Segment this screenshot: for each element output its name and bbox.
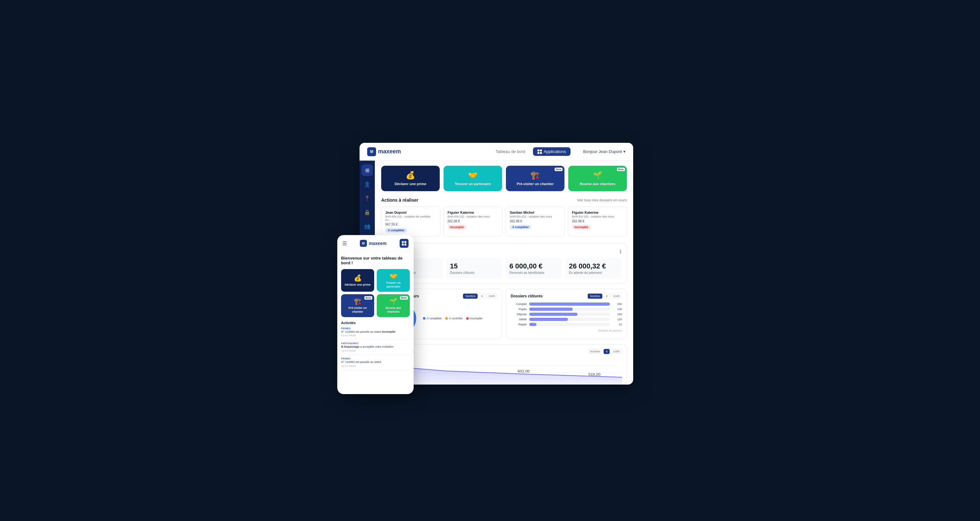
tab-gwh-clotures[interactable]: GWh <box>611 294 622 299</box>
sidebar-item-location[interactable]: 📍 <box>361 192 373 204</box>
mobile-activity-item-1: PARTENAIRES B.Depannage a acceptée votre… <box>341 342 410 355</box>
beta-badge-3: Beta <box>555 168 563 171</box>
beta-badge-4: Beta <box>617 168 625 171</box>
tab-nombre-clotures[interactable]: Nombre <box>588 294 602 299</box>
card-name-3: Figuier Katerine <box>572 211 623 214</box>
mobile-tile-bourse[interactable]: Beta 🌱 Bourse aux chantiers <box>377 294 410 317</box>
mobile-activities-title: Activités <box>341 321 410 325</box>
tab-gwh-payes[interactable]: GWh <box>611 349 622 354</box>
bar-fill-0 <box>529 302 610 306</box>
tab-eur-payes[interactable]: € <box>604 349 609 354</box>
top-nav: M maxeem Tableau de bord Applications Bo… <box>360 143 633 160</box>
mobile-tile-previsiter[interactable]: Beta 🏗️ Pré-visiter un chantier <box>341 294 374 317</box>
bar-label-2: Déposé <box>511 313 527 316</box>
stat-item-1: 15 Dossiers clôturés <box>446 258 503 278</box>
bar-fill-4 <box>529 323 536 326</box>
mobile-activity-time-2: Il y a 1 heure <box>341 364 410 367</box>
mobile-tile-label-3: Pré-visiter un chantier <box>344 306 371 314</box>
bar-label-1: Payés <box>511 308 527 311</box>
stat-item-2: 6 000,00 € Reversés au bénéficiaire <box>506 258 562 278</box>
mobile-logo: M maxeem <box>360 240 387 247</box>
nav-tableau-de-bord[interactable]: Tableau de bord <box>495 149 525 154</box>
mobile-activity-item: PRIMES N° 124060 est passée au statut In… <box>341 327 410 340</box>
dossiers-clotures-title: Dossiers clôturés <box>511 294 543 299</box>
tab-nombre-encours[interactable]: Nombre <box>463 294 477 299</box>
nav-applications-btn[interactable]: Applications <box>533 147 571 156</box>
bar-chart-clotures: Complet 250 Payés 135 <box>511 302 622 332</box>
actions-link[interactable]: Voir tous mes dossiers en cours <box>577 198 627 202</box>
bar-value-4: 22 <box>612 323 622 326</box>
stat-number-1: 15 <box>450 262 499 270</box>
info-icon[interactable]: ℹ <box>619 248 621 254</box>
mobile-apps-btn[interactable] <box>399 239 409 248</box>
stats-header: Vos chiffres ℹ <box>387 248 621 254</box>
legend-dot-1 <box>445 317 448 320</box>
mobile-tile-declarer[interactable]: 💰 Déclarer une prime <box>341 269 374 292</box>
mobile-activity-text-2: N° 124060 est passée au statut <box>341 360 410 364</box>
card-name-2: Sanitan Michel <box>510 211 561 214</box>
tile-icon-2: 🤝 <box>468 171 477 180</box>
card-name-0: Jean Dupont <box>385 211 436 214</box>
tab-nombre-payes[interactable]: Nombre <box>588 349 602 354</box>
nav-applications-label: Applications <box>544 149 566 154</box>
card-status-0: À compléter <box>385 228 407 232</box>
mobile-menu-icon[interactable]: ☰ <box>342 240 347 246</box>
mobile-panel: ☰ M maxeem Bienvenue sur votre tableau d… <box>337 235 414 394</box>
stat-number-2: 6 000,00 € <box>509 262 558 270</box>
mobile-logo-text: maxeem <box>369 241 387 246</box>
legend-item-2: Incomplet <box>466 317 482 320</box>
mobile-logo-icon: M <box>360 240 367 247</box>
bar-track-3 <box>529 318 610 321</box>
bar-value-0: 250 <box>612 302 622 306</box>
bar-row-3: Validé 120 <box>511 318 622 321</box>
grid-icon <box>538 149 542 154</box>
logo-area: M maxeem <box>367 147 495 156</box>
tab-eur-encours[interactable]: € <box>479 294 485 299</box>
legend-dot-2 <box>466 317 469 320</box>
bar-label-4: Rejeté <box>511 323 527 326</box>
nav-user[interactable]: Bonjour Jean Dupont ▾ <box>583 149 625 154</box>
card-status-2: À compléter <box>510 225 531 229</box>
bar-track-2 <box>529 313 610 316</box>
mobile-tile-icon-2: 🤝 <box>390 272 398 280</box>
sidebar-item-lock[interactable]: 🔒 <box>361 206 373 218</box>
tile-bourse[interactable]: Beta 🌱 Bourse aux chantiers <box>568 166 627 191</box>
stat-label-2: Reversés au bénéficiaire <box>509 271 558 275</box>
action-card-2: Sanitan Michel BAR-EN-102 - Isolation de… <box>506 206 565 237</box>
area-chart: 602,00 516,00 <box>386 363 622 384</box>
dossiers-clotures-header: Dossiers clôturés Nombre € GWh <box>511 294 622 299</box>
stats-section: Vos chiffres ℹ 1 276 Dossiers déclarés 1… <box>381 243 627 284</box>
tile-previsiter[interactable]: Beta 🏗️ Pré-visiter un chantier <box>506 166 565 191</box>
mobile-activity-time-0: Il y a 1 heure <box>341 334 410 337</box>
action-card-3: Figuier Katerine BAR-EN-102 - Isolation … <box>568 206 627 237</box>
stat-number-3: 26 000,32 € <box>569 262 617 270</box>
card-ref-0: BAR-EN-101 - Isolation de combles ou... <box>385 215 436 221</box>
mobile-activity-time-1: Il y a 1 heure <box>341 349 410 352</box>
bar-row-1: Payés 135 <box>511 308 622 311</box>
svg-rect-7 <box>540 152 542 154</box>
action-tiles: 💰 Déclarer une prime 🤝 Trouver un parten… <box>381 166 627 191</box>
sidebar-item-user[interactable]: 👤 <box>361 178 373 190</box>
card-status-3: Incomplet <box>572 225 591 229</box>
sidebar-item-team[interactable]: 👥 <box>361 221 373 232</box>
legend-item-1: À contrôler <box>445 317 463 320</box>
tab-gwh-encours[interactable]: GWh <box>486 294 497 299</box>
stat-item-3: 26 000,32 € En attente de paiement <box>565 258 621 278</box>
bar-fill-1 <box>529 308 573 311</box>
bar-value-1: 135 <box>612 308 622 311</box>
dossiers-payes-ylabel: Commission en euros <box>386 358 622 361</box>
stats-grid: 1 276 Dossiers déclarés 15 Dossiers clôt… <box>387 258 621 278</box>
tab-eur-clotures[interactable]: € <box>604 294 609 299</box>
sidebar-item-home[interactable]: ⊞ <box>361 164 373 176</box>
mobile-tile-icon-3: 🏗️ <box>354 297 362 305</box>
card-ref-3: BAR-EN-102 - Isolation des murs <box>572 215 623 218</box>
action-card-0: Jean Dupont BAR-EN-101 - Isolation de co… <box>381 206 441 237</box>
tile-declarer[interactable]: 💰 Déclarer une prime <box>381 166 440 191</box>
mobile-beta-badge-3: Beta <box>364 296 372 300</box>
card-amount-2: 262.08 € <box>510 219 561 223</box>
tile-partenaire[interactable]: 🤝 Trouver un partenaire <box>444 166 502 191</box>
bar-track-4 <box>529 323 610 326</box>
mobile-activity-cat-2: PRIMES <box>341 357 410 360</box>
svg-rect-0 <box>402 241 404 243</box>
mobile-tile-partenaire[interactable]: 🤝 Trouver un partenaire <box>377 269 410 292</box>
